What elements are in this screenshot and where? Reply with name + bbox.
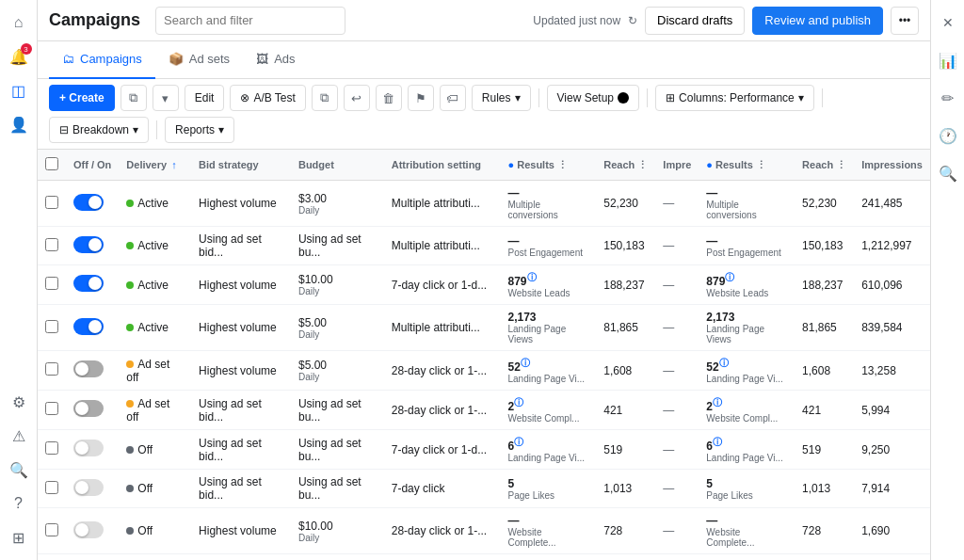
sidebar-settings-icon[interactable]: ⚙ <box>4 387 34 417</box>
row-toggle-cell[interactable] <box>66 554 119 561</box>
copy-dropdown-button[interactable]: ▾ <box>153 85 179 111</box>
tag-button[interactable]: 🏷 <box>440 85 466 111</box>
row-checkbox[interactable] <box>45 523 58 536</box>
row-checkbox-cell[interactable] <box>38 181 66 227</box>
results2-info-icon: ⓘ <box>725 272 734 282</box>
delivery-dot <box>126 324 134 331</box>
refresh-icon[interactable]: ↻ <box>628 14 637 27</box>
tab-campaigns[interactable]: 🗂 Campaigns <box>49 41 155 79</box>
row-toggle-cell[interactable] <box>66 227 119 265</box>
toggle-switch[interactable] <box>73 440 104 456</box>
reach1-resize[interactable]: ⋮ <box>637 159 648 170</box>
sidebar-home-icon[interactable]: ⌂ <box>4 8 34 38</box>
sidebar-notification-icon[interactable]: 🔔 3 <box>4 41 34 72</box>
right-search-icon[interactable]: 🔍 <box>933 158 963 188</box>
row-checkbox-cell[interactable] <box>38 391 66 430</box>
row-checkbox[interactable] <box>45 402 58 415</box>
right-pencil-icon[interactable]: ✏ <box>933 83 963 113</box>
undo-button[interactable]: ↩ <box>344 85 370 111</box>
update-status: Updated just now <box>533 14 620 27</box>
right-close-icon[interactable]: ✕ <box>933 8 963 38</box>
row-checkbox-cell[interactable] <box>38 430 66 470</box>
review-publish-button[interactable]: Review and publish <box>752 7 883 35</box>
row-checkbox-cell[interactable] <box>38 470 66 508</box>
ab-test-button[interactable]: ⊗ A/B Test <box>230 85 305 111</box>
view-setup-button[interactable]: View Setup <box>547 85 640 111</box>
delete-button[interactable]: 🗑 <box>376 85 402 111</box>
row-checkbox-cell[interactable] <box>38 305 66 351</box>
sidebar-search-icon[interactable]: 🔍 <box>4 455 34 485</box>
results2-info-icon: ⓘ <box>719 358 729 368</box>
create-button[interactable]: + Create <box>49 85 115 111</box>
toggle-switch[interactable] <box>73 521 104 538</box>
toggle-switch[interactable] <box>73 236 104 253</box>
row-toggle-cell[interactable] <box>66 181 119 227</box>
sidebar-campaigns-icon[interactable]: ◫ <box>4 75 34 105</box>
results2-resize[interactable]: ⋮ <box>756 159 766 170</box>
row-impressions: 9,250 <box>854 430 930 470</box>
row-reach2: 421 <box>795 391 854 430</box>
row-attribution: Multiple attributi... <box>384 181 501 227</box>
sidebar-help-icon[interactable]: ? <box>4 488 34 519</box>
more-options-icon[interactable]: ••• <box>891 7 919 35</box>
row-toggle-cell[interactable] <box>66 508 119 554</box>
row-checkbox-cell[interactable] <box>38 554 66 561</box>
right-chart-icon[interactable]: 📊 <box>933 45 963 75</box>
copy-button[interactable]: ⧉ <box>120 85 147 111</box>
row-delivery: Active <box>119 181 191 227</box>
sidebar-grid-icon[interactable]: ⊞ <box>4 522 34 552</box>
header-search-input[interactable] <box>155 7 345 35</box>
tab-ads[interactable]: 🖼 Ads <box>243 41 308 79</box>
row-checkbox[interactable] <box>45 196 58 209</box>
discard-drafts-button[interactable]: Discard drafts <box>645 7 745 35</box>
row-reach1: 1,608 <box>596 351 655 391</box>
row-toggle-cell[interactable] <box>66 265 119 305</box>
row-checkbox[interactable] <box>45 238 58 251</box>
row-toggle-cell[interactable] <box>66 391 119 430</box>
row-checkbox[interactable] <box>45 441 58 455</box>
row-toggle-cell[interactable] <box>66 305 119 351</box>
row-checkbox[interactable] <box>45 481 58 494</box>
toggle-switch[interactable] <box>73 194 104 211</box>
col-delivery[interactable]: Delivery ↑ <box>119 150 191 181</box>
breakdown-button[interactable]: ⊟ Breakdown ▾ <box>49 117 149 143</box>
toggle-switch[interactable] <box>73 479 104 496</box>
select-all-header[interactable] <box>38 150 66 181</box>
reports-button[interactable]: Reports ▾ <box>165 117 234 143</box>
row-checkbox[interactable] <box>45 320 58 333</box>
row-results1: —Multiple conversions <box>501 181 597 227</box>
row-checkbox[interactable] <box>45 362 58 376</box>
row-budget: $10.00Daily <box>291 508 384 554</box>
row-results2: 879ⓘWebsite Leads <box>699 265 795 305</box>
row-toggle-cell[interactable] <box>66 470 119 508</box>
right-clock-icon[interactable]: 🕐 <box>933 120 963 151</box>
toggle-switch[interactable] <box>73 318 104 335</box>
select-all-checkbox[interactable] <box>45 157 58 170</box>
row-toggle-cell[interactable] <box>66 351 119 391</box>
reach2-resize[interactable]: ⋮ <box>836 159 846 170</box>
data-table-container: Off / On Delivery ↑ Bid strategy Budget … <box>38 150 930 560</box>
toggle-switch[interactable] <box>73 275 104 292</box>
row-checkbox-cell[interactable] <box>38 227 66 265</box>
tab-adsets[interactable]: 📦 Ad sets <box>155 41 243 79</box>
sidebar-alert-icon[interactable]: ⚠ <box>4 421 34 451</box>
edit-button[interactable]: Edit <box>185 85 225 111</box>
row-checkbox-cell[interactable] <box>38 265 66 305</box>
sidebar-audience-icon[interactable]: 👤 <box>4 109 34 139</box>
columns-button[interactable]: ⊞ Columns: Performance ▾ <box>655 85 814 111</box>
toggle-switch[interactable] <box>73 360 104 377</box>
row-reach1: 188,237 <box>596 265 655 305</box>
rules-button[interactable]: Rules ▾ <box>472 85 531 111</box>
row-budget: Using ad set bu... <box>291 430 384 470</box>
toggle-switch[interactable] <box>73 400 104 417</box>
results1-resize[interactable]: ⋮ <box>557 159 568 170</box>
flag-button[interactable]: ⚑ <box>408 85 434 111</box>
row-toggle-cell[interactable] <box>66 430 119 470</box>
col-results2: ● Results ⋮ <box>699 150 795 181</box>
duplicate-button[interactable]: ⧉ <box>312 85 338 111</box>
row-checkbox-cell[interactable] <box>38 508 66 554</box>
row-results2: —Post Engagement <box>699 227 795 265</box>
row-delivery: Active <box>119 305 191 351</box>
row-checkbox[interactable] <box>45 277 58 290</box>
row-checkbox-cell[interactable] <box>38 351 66 391</box>
